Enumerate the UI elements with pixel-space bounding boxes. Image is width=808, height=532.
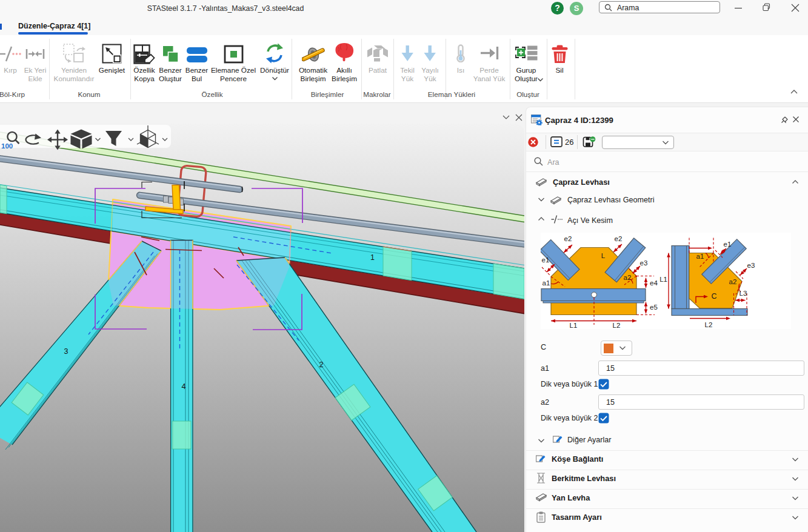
- svg-text:e3: e3: [747, 262, 755, 269]
- svg-text:e1: e1: [724, 241, 732, 248]
- svg-text:e3: e3: [640, 259, 648, 267]
- svg-text:L3: L3: [740, 290, 747, 297]
- svg-text:e5: e5: [650, 304, 658, 311]
- svg-text:a1: a1: [543, 279, 550, 287]
- svg-text:L1: L1: [659, 276, 667, 283]
- svg-text:e2: e2: [615, 235, 623, 242]
- svg-text:e4: e4: [650, 279, 658, 287]
- svg-text:e1: e1: [542, 256, 550, 264]
- svg-text:a1: a1: [696, 253, 704, 260]
- svg-text:C: C: [711, 292, 716, 301]
- svg-text:1: 1: [370, 253, 375, 262]
- svg-text:L2: L2: [613, 322, 621, 329]
- svg-text:100: 100: [1, 142, 13, 150]
- svg-text:L: L: [601, 252, 606, 259]
- svg-text:L2: L2: [705, 321, 713, 328]
- svg-text:3: 3: [64, 347, 68, 356]
- svg-text:a2: a2: [729, 278, 737, 285]
- svg-text:a2: a2: [624, 274, 632, 281]
- svg-text:4: 4: [182, 382, 186, 391]
- svg-text:e2: e2: [564, 235, 572, 242]
- svg-text:L1: L1: [570, 322, 578, 329]
- svg-text:2: 2: [319, 361, 324, 369]
